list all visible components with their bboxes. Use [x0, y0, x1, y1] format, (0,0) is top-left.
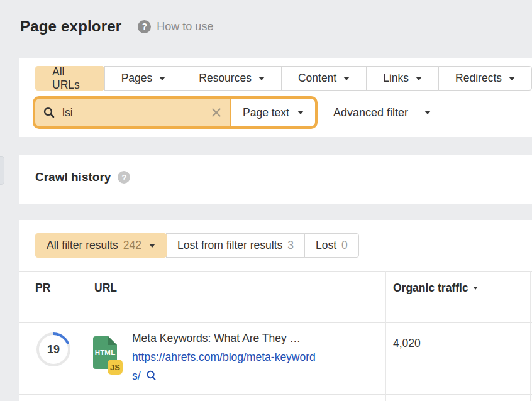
js-badge: JS — [108, 360, 123, 375]
clear-search-icon[interactable] — [211, 107, 221, 118]
tab-label: Pages — [121, 72, 153, 85]
crawl-history-panel: Crawl history ? — [19, 155, 532, 204]
chevron-down-icon — [509, 77, 515, 80]
filter-count: 0 — [341, 239, 348, 252]
tab-links[interactable]: Links — [366, 66, 439, 91]
chevron-down-icon — [297, 111, 304, 114]
html-file-icon: HTML JS — [93, 336, 117, 369]
page-header: Page explorer ? How to use — [20, 18, 213, 35]
results-panel: All filter results 242 Lost from filter … — [19, 220, 532, 401]
filter-all-results-button[interactable]: All filter results 242 — [35, 233, 167, 258]
tab-resources[interactable]: Resources — [182, 66, 282, 91]
inspect-url-icon[interactable] — [146, 368, 157, 387]
page-rating-ring: 19 — [36, 332, 70, 366]
column-divider — [530, 271, 531, 401]
column-header-organic-traffic[interactable]: Organic traffic — [393, 282, 478, 295]
tab-pages[interactable]: Pages — [104, 66, 183, 91]
filter-label: Lost from filter results — [177, 239, 282, 252]
table-top-border — [19, 271, 532, 272]
advanced-filter-label: Advanced filter — [333, 106, 408, 119]
page-title: Page explorer — [20, 18, 121, 35]
tab-label: Resources — [199, 72, 252, 85]
row-divider — [19, 394, 532, 395]
column-label: PR — [35, 282, 50, 295]
filters-panel: All URLs Pages Resources Content Links R… — [19, 58, 532, 137]
sort-desc-icon — [473, 287, 478, 290]
tab-label: Links — [383, 72, 409, 85]
search-group-highlighted: Page text — [33, 96, 318, 129]
crawl-history-title: Crawl history — [35, 170, 111, 184]
page-url-link[interactable]: https://ahrefs.com/blog/meta-keywords/ — [132, 351, 316, 382]
page-rating-value: 19 — [39, 335, 68, 364]
search-scope-label: Page text — [243, 106, 289, 119]
tab-label: All URLs — [52, 65, 87, 92]
tab-all-urls[interactable]: All URLs — [35, 66, 104, 91]
tab-label: Redirects — [455, 72, 502, 85]
chevron-down-icon — [416, 77, 422, 80]
filter-lost-from-results-button[interactable]: Lost from filter results 3 — [166, 233, 305, 258]
filter-count: 3 — [287, 239, 294, 252]
chevron-down-icon — [159, 77, 165, 80]
question-icon[interactable]: ? — [118, 171, 130, 184]
question-icon: ? — [138, 20, 151, 33]
filter-lost-button[interactable]: Lost 0 — [304, 233, 359, 258]
column-header-pr: PR — [35, 282, 50, 295]
html-file-label: HTML — [93, 349, 117, 356]
tab-redirects[interactable]: Redirects — [438, 66, 532, 91]
how-to-use-label: How to use — [157, 20, 213, 33]
column-divider — [385, 271, 386, 401]
tab-label: Content — [298, 72, 336, 85]
search-scope-dropdown[interactable]: Page text — [231, 99, 315, 126]
chevron-down-icon — [343, 77, 350, 80]
chevron-down-icon — [424, 111, 431, 114]
advanced-filter-dropdown[interactable]: Advanced filter — [333, 104, 431, 121]
column-label: Organic traffic — [393, 282, 468, 295]
result-filter-segmented: All filter results 242 Lost from filter … — [35, 233, 359, 258]
url-cell: Meta Keywords: What Are They … https://a… — [132, 329, 321, 387]
search-input[interactable] — [61, 106, 205, 120]
filter-label: All filter results — [47, 239, 118, 252]
how-to-use-link[interactable]: ? How to use — [138, 20, 213, 33]
filter-label: Lost — [316, 239, 336, 252]
chevron-down-icon — [258, 77, 265, 80]
column-header-url: URL — [94, 282, 117, 295]
column-label: URL — [94, 282, 117, 295]
chevron-down-icon — [149, 244, 155, 248]
search-icon — [43, 107, 55, 118]
header-bottom-border — [19, 322, 532, 323]
tab-content[interactable]: Content — [281, 66, 367, 91]
search-field[interactable] — [35, 99, 230, 126]
sidebar-handle[interactable] — [0, 156, 4, 185]
filter-count: 242 — [123, 239, 141, 252]
page-title-text: Meta Keywords: What Are They … — [132, 329, 321, 348]
column-divider — [82, 271, 82, 401]
organic-traffic-value: 4,020 — [393, 337, 421, 350]
url-type-tabbar: All URLs Pages Resources Content Links R… — [35, 66, 532, 91]
